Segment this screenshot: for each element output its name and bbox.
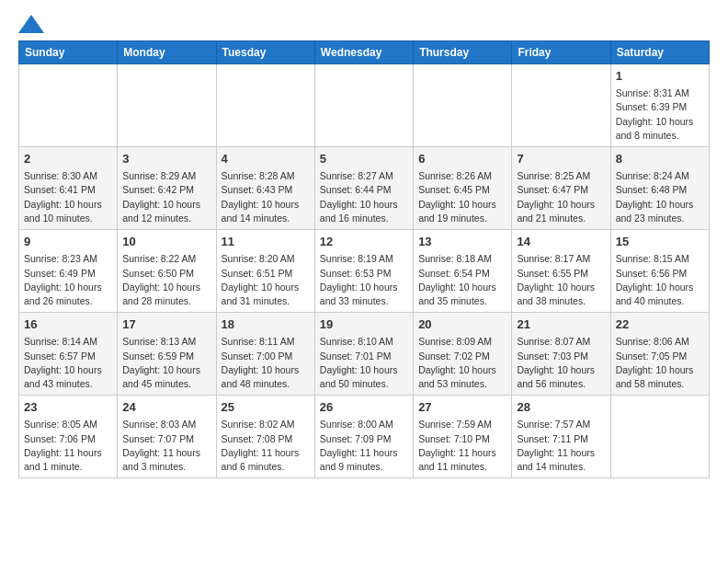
calendar-cell [216, 64, 314, 147]
day-info: Sunrise: 8:02 AM Sunset: 7:08 PM Dayligh… [222, 418, 310, 474]
calendar-cell: 5Sunrise: 8:27 AM Sunset: 6:44 PM Daylig… [314, 147, 413, 230]
day-info: Sunrise: 8:27 AM Sunset: 6:44 PM Dayligh… [320, 169, 408, 225]
day-number: 26 [320, 399, 408, 416]
day-number: 11 [222, 234, 310, 250]
week-row-2: 2Sunrise: 8:30 AM Sunset: 6:41 PM Daylig… [19, 147, 710, 230]
day-info: Sunrise: 8:14 AM Sunset: 6:57 PM Dayligh… [24, 335, 112, 391]
day-number: 3 [122, 151, 210, 167]
day-number: 12 [320, 234, 408, 250]
week-row-1: 1Sunrise: 8:31 AM Sunset: 6:39 PM Daylig… [19, 64, 710, 147]
logo-icon [18, 15, 44, 33]
calendar-cell: 4Sunrise: 8:28 AM Sunset: 6:43 PM Daylig… [216, 147, 314, 230]
week-row-4: 16Sunrise: 8:14 AM Sunset: 6:57 PM Dayli… [19, 313, 710, 396]
calendar-cell: 18Sunrise: 8:11 AM Sunset: 7:00 PM Dayli… [216, 313, 314, 396]
col-header-thursday: Thursday [414, 41, 512, 64]
calendar-cell [118, 64, 216, 147]
day-info: Sunrise: 8:31 AM Sunset: 6:39 PM Dayligh… [616, 86, 704, 143]
col-header-friday: Friday [512, 41, 610, 64]
calendar-cell: 7Sunrise: 8:25 AM Sunset: 6:47 PM Daylig… [512, 147, 610, 230]
day-number: 25 [222, 399, 310, 416]
calendar-cell: 20Sunrise: 8:09 AM Sunset: 7:02 PM Dayli… [414, 313, 512, 396]
day-info: Sunrise: 8:11 AM Sunset: 7:00 PM Dayligh… [222, 335, 310, 391]
day-info: Sunrise: 8:13 AM Sunset: 6:59 PM Dayligh… [122, 335, 210, 391]
day-number: 8 [616, 151, 704, 167]
calendar-cell: 6Sunrise: 8:26 AM Sunset: 6:45 PM Daylig… [414, 147, 512, 230]
day-number: 13 [418, 234, 506, 250]
day-number: 7 [517, 151, 605, 167]
day-info: Sunrise: 8:00 AM Sunset: 7:09 PM Dayligh… [320, 418, 408, 474]
calendar-cell: 16Sunrise: 8:14 AM Sunset: 6:57 PM Dayli… [19, 313, 118, 396]
day-info: Sunrise: 8:10 AM Sunset: 7:01 PM Dayligh… [320, 335, 408, 391]
calendar-cell [512, 64, 610, 147]
calendar-cell: 27Sunrise: 7:59 AM Sunset: 7:10 PM Dayli… [414, 396, 512, 478]
calendar-cell: 13Sunrise: 8:18 AM Sunset: 6:54 PM Dayli… [414, 230, 512, 313]
day-info: Sunrise: 8:24 AM Sunset: 6:48 PM Dayligh… [616, 169, 704, 225]
day-info: Sunrise: 8:09 AM Sunset: 7:02 PM Dayligh… [418, 335, 506, 391]
day-number: 1 [616, 68, 704, 85]
day-number: 4 [222, 151, 310, 167]
day-info: Sunrise: 8:15 AM Sunset: 6:56 PM Dayligh… [616, 252, 704, 308]
svg-marker-0 [18, 15, 44, 33]
day-number: 18 [222, 316, 310, 333]
day-number: 27 [418, 399, 506, 416]
page: SundayMondayTuesdayWednesdayThursdayFrid… [0, 0, 728, 493]
day-number: 20 [418, 316, 506, 333]
calendar-cell: 28Sunrise: 7:57 AM Sunset: 7:11 PM Dayli… [512, 396, 610, 478]
day-info: Sunrise: 8:25 AM Sunset: 6:47 PM Dayligh… [517, 169, 605, 225]
day-info: Sunrise: 8:29 AM Sunset: 6:42 PM Dayligh… [122, 169, 210, 225]
calendar-cell: 15Sunrise: 8:15 AM Sunset: 6:56 PM Dayli… [610, 230, 709, 313]
calendar-cell: 1Sunrise: 8:31 AM Sunset: 6:39 PM Daylig… [610, 64, 709, 147]
day-number: 22 [616, 316, 704, 333]
calendar-cell: 8Sunrise: 8:24 AM Sunset: 6:48 PM Daylig… [610, 147, 709, 230]
col-header-sunday: Sunday [19, 41, 118, 64]
day-info: Sunrise: 8:07 AM Sunset: 7:03 PM Dayligh… [517, 335, 605, 391]
day-info: Sunrise: 8:22 AM Sunset: 6:50 PM Dayligh… [122, 252, 210, 308]
day-number: 16 [24, 316, 112, 333]
day-info: Sunrise: 8:23 AM Sunset: 6:49 PM Dayligh… [24, 252, 112, 308]
col-header-tuesday: Tuesday [216, 41, 314, 64]
col-header-monday: Monday [118, 41, 216, 64]
calendar-cell: 26Sunrise: 8:00 AM Sunset: 7:09 PM Dayli… [314, 396, 413, 478]
day-number: 21 [517, 316, 605, 333]
calendar-cell: 23Sunrise: 8:05 AM Sunset: 7:06 PM Dayli… [19, 396, 118, 478]
calendar-cell: 10Sunrise: 8:22 AM Sunset: 6:50 PM Dayli… [118, 230, 216, 313]
day-info: Sunrise: 7:59 AM Sunset: 7:10 PM Dayligh… [418, 418, 506, 474]
day-number: 23 [24, 399, 112, 416]
day-info: Sunrise: 8:17 AM Sunset: 6:55 PM Dayligh… [517, 252, 605, 308]
day-number: 15 [616, 234, 704, 250]
day-info: Sunrise: 8:20 AM Sunset: 6:51 PM Dayligh… [222, 252, 310, 308]
day-number: 17 [122, 316, 210, 333]
calendar-cell [314, 64, 413, 147]
day-number: 2 [24, 151, 112, 167]
header [18, 15, 710, 33]
day-number: 24 [122, 399, 210, 416]
calendar-cell [19, 64, 118, 147]
calendar-cell: 3Sunrise: 8:29 AM Sunset: 6:42 PM Daylig… [118, 147, 216, 230]
day-number: 10 [122, 234, 210, 250]
day-info: Sunrise: 7:57 AM Sunset: 7:11 PM Dayligh… [517, 418, 605, 474]
day-info: Sunrise: 8:28 AM Sunset: 6:43 PM Dayligh… [222, 169, 310, 225]
calendar-cell: 25Sunrise: 8:02 AM Sunset: 7:08 PM Dayli… [216, 396, 314, 478]
day-info: Sunrise: 8:05 AM Sunset: 7:06 PM Dayligh… [24, 418, 112, 474]
calendar-cell: 12Sunrise: 8:19 AM Sunset: 6:53 PM Dayli… [314, 230, 413, 313]
day-number: 14 [517, 234, 605, 250]
calendar-cell [414, 64, 512, 147]
calendar-table: SundayMondayTuesdayWednesdayThursdayFrid… [18, 40, 710, 478]
calendar-cell: 24Sunrise: 8:03 AM Sunset: 7:07 PM Dayli… [118, 396, 216, 478]
day-info: Sunrise: 8:18 AM Sunset: 6:54 PM Dayligh… [418, 252, 506, 308]
day-info: Sunrise: 8:30 AM Sunset: 6:41 PM Dayligh… [24, 169, 112, 225]
day-info: Sunrise: 8:03 AM Sunset: 7:07 PM Dayligh… [122, 418, 210, 474]
day-info: Sunrise: 8:06 AM Sunset: 7:05 PM Dayligh… [616, 335, 704, 391]
logo [18, 15, 44, 33]
calendar-cell: 17Sunrise: 8:13 AM Sunset: 6:59 PM Dayli… [118, 313, 216, 396]
col-header-wednesday: Wednesday [314, 41, 413, 64]
calendar-header-row: SundayMondayTuesdayWednesdayThursdayFrid… [19, 41, 710, 64]
calendar-cell: 14Sunrise: 8:17 AM Sunset: 6:55 PM Dayli… [512, 230, 610, 313]
calendar-cell: 9Sunrise: 8:23 AM Sunset: 6:49 PM Daylig… [19, 230, 118, 313]
calendar-cell [610, 396, 709, 478]
col-header-saturday: Saturday [610, 41, 709, 64]
calendar-cell: 21Sunrise: 8:07 AM Sunset: 7:03 PM Dayli… [512, 313, 610, 396]
week-row-3: 9Sunrise: 8:23 AM Sunset: 6:49 PM Daylig… [19, 230, 710, 313]
calendar-cell: 22Sunrise: 8:06 AM Sunset: 7:05 PM Dayli… [610, 313, 709, 396]
day-info: Sunrise: 8:19 AM Sunset: 6:53 PM Dayligh… [320, 252, 408, 308]
